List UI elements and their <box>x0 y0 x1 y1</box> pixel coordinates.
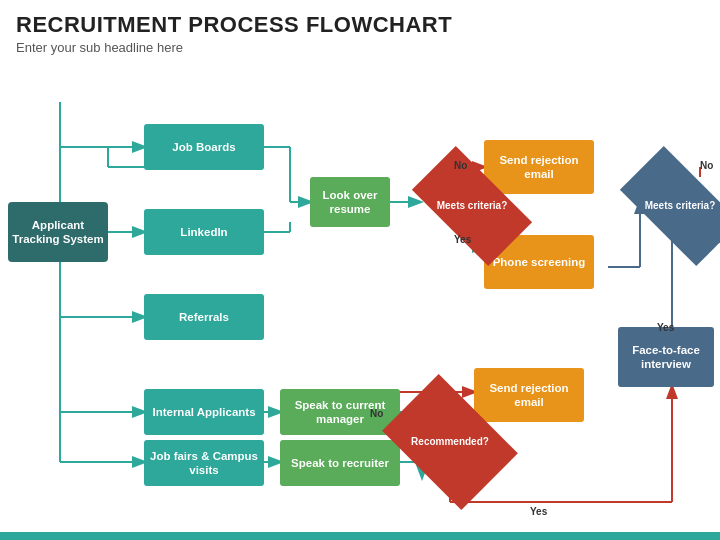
ats-box: Applicant Tracking System <box>8 202 108 262</box>
yes-label-1: Yes <box>454 234 471 245</box>
job-fairs-box: Job fairs & Campus visits <box>144 440 264 486</box>
meets-criteria-2-diamond: Meets criteria? <box>626 175 720 237</box>
job-boards-box: Job Boards <box>144 124 264 170</box>
no-label-3: No <box>370 408 383 419</box>
no-label-1: No <box>454 160 467 171</box>
face-to-face-box: Face-to-face interview <box>618 327 714 387</box>
bottom-bar <box>0 532 720 540</box>
flowchart-area: Applicant Tracking System Job Boards Lin… <box>0 72 720 532</box>
look-over-resume-box: Look over resume <box>310 177 390 227</box>
header: RECRUITMENT PROCESS FLOWCHART Enter your… <box>0 0 720 59</box>
main-title: RECRUITMENT PROCESS FLOWCHART <box>16 12 704 38</box>
sub-title: Enter your sub headline here <box>16 40 704 55</box>
meets-criteria-1-diamond: Meets criteria? <box>418 175 526 237</box>
referrals-box: Referrals <box>144 294 264 340</box>
no-label-2: No <box>700 160 713 171</box>
yes-label-2: Yes <box>657 322 674 333</box>
speak-recruiter-box: Speak to recruiter <box>280 440 400 486</box>
linkedin-box: LinkedIn <box>144 209 264 255</box>
yes-label-3: Yes <box>530 506 547 517</box>
recommended-diamond: Recommended? <box>394 402 506 482</box>
internal-applicants-box: Internal Applicants <box>144 389 264 435</box>
